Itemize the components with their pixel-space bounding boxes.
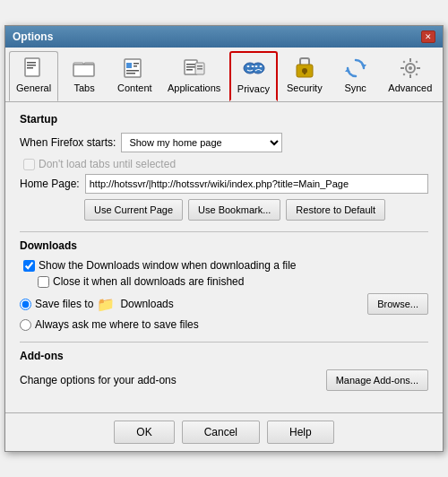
- tab-tabs[interactable]: Tabs: [60, 51, 108, 101]
- window-controls: ✕: [421, 30, 435, 43]
- cancel-button[interactable]: Cancel: [182, 421, 260, 444]
- svg-point-23: [251, 65, 254, 67]
- restore-default-button[interactable]: Restore to Default: [286, 199, 385, 221]
- tabs-icon: [72, 56, 97, 81]
- downloads-section: Downloads Show the Downloads window when…: [20, 239, 428, 331]
- svg-point-21: [252, 63, 264, 74]
- close-when-finished-checkbox[interactable]: [38, 276, 49, 288]
- tab-applications-label: Applications: [168, 82, 220, 93]
- svg-rect-19: [197, 68, 202, 70]
- advanced-icon: [398, 56, 423, 81]
- svg-rect-1: [27, 62, 36, 64]
- svg-rect-34: [409, 58, 411, 62]
- startup-when-label: When Firefox starts:: [20, 136, 116, 149]
- svg-rect-41: [402, 74, 405, 76]
- tab-privacy-label: Privacy: [237, 83, 270, 94]
- addons-row: Change options for your add-ons Manage A…: [20, 369, 428, 391]
- svg-rect-10: [134, 65, 137, 67]
- tab-tabs-label: Tabs: [73, 82, 94, 93]
- svg-rect-8: [126, 63, 132, 68]
- dont-load-tabs-row: Don't load tabs until selected: [20, 158, 428, 170]
- tab-advanced[interactable]: Advanced: [382, 51, 439, 101]
- svg-marker-31: [345, 68, 350, 72]
- svg-rect-16: [186, 69, 193, 71]
- svg-point-24: [254, 65, 257, 67]
- home-page-input[interactable]: [85, 174, 428, 194]
- startup-section-title: Startup: [20, 113, 428, 126]
- always-ask-label: Always ask me where to save files: [35, 318, 199, 331]
- svg-rect-15: [186, 66, 195, 68]
- manage-addons-button[interactable]: Manage Add-ons...: [326, 369, 428, 391]
- help-button[interactable]: Help: [267, 421, 334, 444]
- startup-when-row: When Firefox starts: Show my home page: [20, 133, 428, 152]
- svg-point-33: [409, 66, 412, 70]
- save-files-radio[interactable]: [20, 299, 31, 310]
- general-icon: [22, 56, 47, 81]
- browse-path: 📁 Downloads: [97, 296, 364, 313]
- security-icon: [292, 56, 317, 81]
- privacy-icon: [241, 56, 266, 82]
- options-window: Options ✕ General: [4, 25, 444, 452]
- tab-sync-label: Sync: [344, 82, 366, 93]
- bottom-bar: OK Cancel Help: [5, 412, 443, 451]
- svg-rect-40: [415, 61, 418, 64]
- addons-section: Add-ons Change options for your add-ons …: [20, 350, 428, 391]
- browse-button[interactable]: Browse...: [367, 293, 428, 315]
- home-page-label: Home Page:: [20, 178, 80, 190]
- tab-general[interactable]: General: [9, 51, 58, 101]
- separator-1: [20, 231, 428, 232]
- tab-sync[interactable]: Sync: [332, 51, 380, 101]
- dont-load-tabs-checkbox[interactable]: [23, 159, 35, 170]
- save-files-row: Save files to 📁 Downloads Browse...: [20, 293, 428, 315]
- tab-applications[interactable]: Applications: [161, 51, 228, 101]
- change-options-label: Change options for your add-ons: [20, 374, 321, 386]
- folder-icon: 📁: [97, 296, 115, 313]
- show-downloads-row: Show the Downloads window when downloadi…: [20, 259, 428, 272]
- always-ask-row: Always ask me where to save files: [20, 318, 428, 331]
- svg-point-22: [246, 65, 249, 67]
- ok-button[interactable]: OK: [114, 421, 174, 444]
- tab-content-label: Content: [117, 82, 152, 93]
- show-downloads-label: Show the Downloads window when downloadi…: [39, 259, 297, 272]
- tab-security[interactable]: Security: [280, 51, 330, 101]
- close-button[interactable]: ✕: [421, 30, 435, 43]
- close-when-finished-label: Close it when all downloads are finished: [53, 275, 244, 288]
- svg-rect-11: [126, 70, 139, 72]
- startup-select[interactable]: Show my home page: [121, 133, 282, 152]
- window-title: Options: [13, 30, 53, 43]
- startup-buttons: Use Current Page Use Bookmark... Restore…: [20, 199, 428, 221]
- use-current-page-button[interactable]: Use Current Page: [84, 199, 183, 221]
- svg-rect-9: [134, 63, 139, 65]
- content-area: Startup When Firefox starts: Show my hom…: [5, 102, 443, 412]
- svg-rect-36: [401, 67, 404, 69]
- svg-rect-6: [73, 65, 94, 76]
- svg-rect-3: [27, 67, 33, 69]
- title-bar: Options ✕: [5, 26, 443, 48]
- folder-path: Downloads: [120, 298, 173, 310]
- save-files-label: Save files to: [35, 298, 93, 310]
- tab-general-label: General: [16, 82, 51, 93]
- separator-2: [20, 342, 428, 343]
- svg-rect-39: [415, 74, 418, 76]
- tab-security-label: Security: [287, 82, 323, 93]
- svg-point-25: [259, 65, 262, 67]
- svg-rect-14: [186, 64, 195, 65]
- svg-rect-12: [126, 73, 135, 74]
- svg-rect-37: [417, 67, 420, 69]
- show-downloads-checkbox[interactable]: [23, 260, 35, 272]
- tabs-bar: General Tabs: [5, 48, 443, 102]
- svg-rect-18: [197, 65, 202, 67]
- svg-rect-35: [409, 74, 411, 78]
- tab-privacy[interactable]: Privacy: [229, 51, 278, 101]
- startup-section: Startup When Firefox starts: Show my hom…: [20, 113, 428, 221]
- tab-content[interactable]: Content: [110, 51, 159, 101]
- svg-rect-29: [304, 71, 306, 74]
- close-when-finished-row: Close it when all downloads are finished: [20, 275, 428, 288]
- svg-marker-30: [361, 65, 366, 68]
- use-bookmark-button[interactable]: Use Bookmark...: [188, 199, 280, 221]
- content-icon: [122, 56, 147, 81]
- always-ask-radio[interactable]: [20, 319, 31, 331]
- addons-section-title: Add-ons: [20, 350, 428, 362]
- tab-advanced-label: Advanced: [388, 82, 432, 93]
- home-page-row: Home Page:: [20, 174, 428, 194]
